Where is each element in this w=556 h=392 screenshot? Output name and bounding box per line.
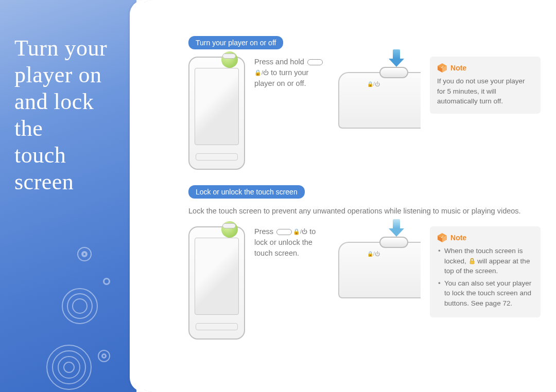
lock-screen-icon bbox=[468, 258, 476, 265]
device-illustration bbox=[188, 57, 245, 170]
note-text: If you do not use your player for 5 minu… bbox=[437, 76, 533, 106]
content-area: Turn your player on or off Press and hol… bbox=[136, 0, 556, 392]
power-button-icon bbox=[307, 59, 323, 65]
note-label: Note bbox=[450, 63, 466, 73]
sidebar: Turn your player on and lock the touch s… bbox=[0, 0, 136, 392]
title-line: Turn your bbox=[14, 35, 107, 61]
section-heading-power: Turn your player on or off bbox=[188, 36, 283, 49]
section-lock: Lock or unlock the touch screen Lock the… bbox=[188, 185, 541, 340]
title-line: touch screen bbox=[14, 142, 74, 194]
lock-icon: 🔒 bbox=[293, 228, 300, 235]
note-list-item: When the touch screen is locked, will ap… bbox=[437, 246, 533, 276]
lock-intro-text: Lock the touch screen to prevent any unw… bbox=[188, 206, 528, 217]
button-closeup-illustration: 🔒/⏻ bbox=[338, 226, 421, 309]
note-box-power: ✓ Note If you do not use your player for… bbox=[430, 57, 541, 114]
press-arrow-icon bbox=[389, 219, 404, 240]
power-icon: /⏻ bbox=[300, 228, 307, 235]
device-illustration bbox=[188, 226, 245, 340]
section-power: Turn your player on or off Press and hol… bbox=[188, 36, 541, 170]
section-heading-lock: Lock or unlock the touch screen bbox=[188, 185, 305, 199]
svg-text:✓: ✓ bbox=[441, 65, 444, 69]
note-cube-icon: ✓ bbox=[437, 63, 447, 73]
svg-rect-8 bbox=[470, 261, 474, 264]
title-line: and lock the bbox=[14, 89, 94, 141]
press-arrow-icon bbox=[389, 49, 404, 70]
power-button-icon bbox=[276, 229, 292, 235]
power-icon: /⏻ bbox=[262, 69, 269, 76]
decorative-circles bbox=[31, 247, 136, 391]
lock-instruction: Press 🔒/⏻ to lock or unlock the touch sc… bbox=[254, 226, 329, 259]
svg-text:✓: ✓ bbox=[441, 235, 444, 239]
note-cube-icon: ✓ bbox=[437, 233, 447, 243]
chapter-title: Turn your player on and lock the touch s… bbox=[0, 0, 136, 195]
lock-icon: 🔒 bbox=[254, 69, 262, 76]
button-closeup-illustration: 🔒/⏻ bbox=[338, 57, 421, 139]
power-instruction: Press and hold 🔒/⏻ to turn your player o… bbox=[254, 57, 329, 89]
title-line: player on bbox=[14, 62, 101, 87]
note-box-lock: ✓ Note When the touch screen is locked, … bbox=[430, 226, 541, 318]
note-label: Note bbox=[450, 233, 466, 243]
note-list-item: You can also set your player to lock the… bbox=[437, 278, 533, 309]
